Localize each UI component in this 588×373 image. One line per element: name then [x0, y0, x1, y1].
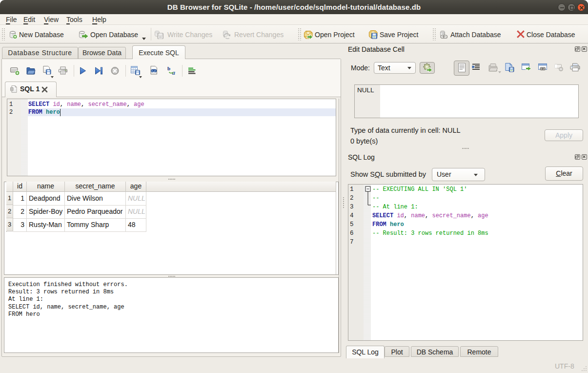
svg-text:b: b [167, 65, 170, 71]
svg-text:a: a [172, 69, 176, 76]
